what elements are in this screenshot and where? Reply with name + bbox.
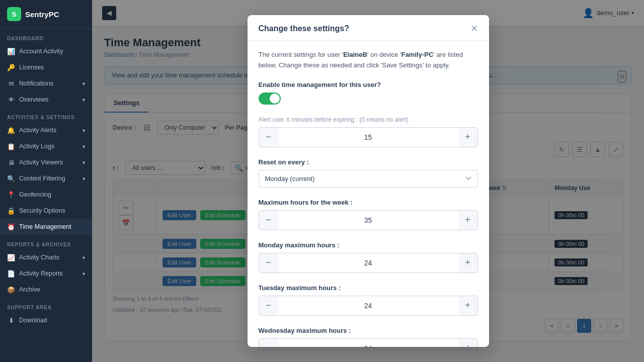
lock-icon: 🔒	[7, 207, 15, 215]
modal-overlay: Change these settings? ✕ The current set…	[92, 0, 644, 362]
chart-line-icon: 📈	[7, 253, 15, 261]
sidebar-item-security-options[interactable]: 🔒 Security Options	[0, 203, 92, 219]
sidebar-item-label: Activity Alerts	[19, 127, 56, 134]
reset-label: Reset on every :	[259, 158, 478, 166]
bell-icon: 🔔	[7, 126, 15, 134]
max-tuesday-decrement[interactable]: −	[259, 296, 278, 315]
max-monday-label: Monday maximum hours :	[259, 241, 478, 249]
max-monday-input-row: − +	[259, 253, 478, 273]
logo-text: SentryPC	[25, 10, 59, 19]
modal-title: Change these settings?	[259, 24, 349, 33]
sidebar-item-label: Content Filtering	[19, 175, 65, 182]
max-wednesday-input-row: − +	[259, 338, 478, 347]
archive-icon: 📦	[7, 286, 15, 294]
chevron-down-icon: ▾	[83, 271, 85, 277]
key-icon: 🔑	[7, 63, 15, 71]
modal-username: ElaineB	[343, 51, 367, 58]
document-icon: 📄	[7, 269, 15, 278]
alert-minutes-input-row: − +	[259, 127, 478, 147]
max-weekly-field: Maximum hours for the week : − +	[259, 199, 478, 230]
max-tuesday-label: Tuesday maximum hours :	[259, 284, 478, 292]
max-weekly-decrement[interactable]: −	[259, 211, 278, 230]
sidebar-item-activity-reports[interactable]: 📄 Activity Reports ▾	[0, 265, 92, 282]
sidebar-item-label: Notifications	[19, 80, 53, 87]
sidebar-item-time-management[interactable]: ⏰ Time Management	[0, 219, 92, 235]
toggle-label: Enable time management for this user?	[259, 81, 478, 88]
modal-header: Change these settings? ✕	[248, 15, 489, 41]
main-area: ◀ 👤 demo_user ▾ Time Management Dashboar…	[92, 0, 644, 362]
modal-description: The current settings for user 'ElaineB' …	[259, 50, 478, 71]
sidebar: S SentryPC DASHBOARD 📊 Account Activity …	[0, 0, 92, 362]
sidebar-item-notifications[interactable]: ✉ Notifications ▾	[0, 75, 92, 92]
change-settings-modal: Change these settings? ✕ The current set…	[248, 15, 489, 347]
chevron-down-icon: ▾	[83, 160, 85, 165]
sidebar-item-label: Activity Reports	[19, 270, 63, 277]
desc-prefix: The current settings for user '	[259, 51, 344, 58]
reset-select[interactable]: Monday (current) Tuesday Wednesday Thurs…	[259, 170, 478, 188]
toggle-field: Enable time management for this user?	[259, 81, 478, 105]
chevron-down-icon: ▾	[83, 97, 85, 103]
reset-field: Reset on every : Monday (current) Tuesda…	[259, 158, 478, 188]
sidebar-item-label: Archive	[19, 286, 40, 293]
max-tuesday-field: Tuesday maximum hours : − +	[259, 284, 478, 316]
logo: S SentryPC	[0, 0, 92, 29]
max-monday-input[interactable]	[278, 255, 458, 271]
sidebar-item-label: Activity Viewers	[19, 159, 63, 166]
chart-icon: 📊	[7, 47, 15, 55]
modal-device: Family-PC	[401, 51, 434, 58]
sidebar-item-label: Geofencing	[19, 191, 51, 198]
max-weekly-increment[interactable]: +	[458, 211, 477, 230]
sidebar-item-label: Overviews	[19, 96, 48, 103]
sidebar-item-overviews[interactable]: 👁 Overviews ▾	[0, 92, 92, 108]
section-label-activities: ACTIVITIES & SETTINGS	[0, 108, 92, 122]
chevron-down-icon: ▾	[83, 128, 85, 133]
max-weekly-input[interactable]	[278, 212, 458, 228]
sidebar-item-label: Activity Logs	[19, 143, 54, 150]
chevron-down-icon: ▾	[83, 176, 85, 182]
desc-mid: ' on device '	[367, 51, 401, 58]
clipboard-icon: 📋	[7, 142, 15, 150]
mail-icon: ✉	[7, 79, 15, 87]
pin-icon: 📍	[7, 191, 15, 199]
clock-icon: ⏰	[7, 223, 15, 231]
max-wednesday-increment[interactable]: +	[458, 339, 477, 347]
max-weekly-label: Maximum hours for the week :	[259, 199, 478, 206]
alert-minutes-input[interactable]	[278, 129, 458, 145]
sidebar-item-activity-viewers[interactable]: 🖥 Activity Viewers ▾	[0, 154, 92, 170]
max-tuesday-increment[interactable]: +	[458, 296, 477, 315]
chevron-down-icon: ▾	[83, 255, 85, 260]
sidebar-item-label: Licenses	[19, 64, 44, 71]
sidebar-item-label: Security Options	[19, 207, 65, 214]
max-wednesday-field: Wednesday maximum hours : − +	[259, 327, 478, 347]
sidebar-item-activity-logs[interactable]: 📋 Activity Logs ▾	[0, 138, 92, 154]
max-monday-increment[interactable]: +	[458, 253, 477, 273]
alert-minutes-decrement[interactable]: −	[259, 128, 278, 147]
max-monday-decrement[interactable]: −	[259, 253, 278, 273]
sidebar-item-account-activity[interactable]: 📊 Account Activity	[0, 43, 92, 59]
sidebar-item-geofencing[interactable]: 📍 Geofencing	[0, 187, 92, 203]
max-wednesday-decrement[interactable]: −	[259, 339, 278, 347]
sidebar-item-label: Download	[19, 317, 47, 324]
sidebar-item-licenses[interactable]: 🔑 Licenses	[0, 59, 92, 75]
max-monday-field: Monday maximum hours : − +	[259, 241, 478, 273]
sidebar-item-archive[interactable]: 📦 Archive	[0, 282, 92, 298]
modal-close-button[interactable]: ✕	[470, 24, 478, 33]
sidebar-item-activity-charts[interactable]: 📈 Activity Charts ▾	[0, 249, 92, 265]
sidebar-item-label: Time Management	[19, 223, 71, 230]
max-wednesday-input[interactable]	[278, 340, 458, 347]
alert-minutes-increment[interactable]: +	[458, 128, 477, 147]
sidebar-item-label: Activity Charts	[19, 254, 59, 261]
max-weekly-input-row: − +	[259, 210, 478, 230]
max-wednesday-label: Wednesday maximum hours :	[259, 327, 478, 334]
monitor-icon: 🖥	[7, 158, 15, 166]
alert-hint: (0 means no alert)	[360, 116, 409, 123]
sidebar-item-label: Account Activity	[19, 48, 63, 55]
section-label-reports: REPORTS & ARCHIVES	[0, 235, 92, 249]
max-tuesday-input[interactable]	[278, 298, 458, 314]
chevron-down-icon: ▾	[83, 144, 85, 149]
sidebar-item-download[interactable]: ⬇ Download	[0, 312, 92, 328]
chevron-down-icon: ▾	[83, 81, 85, 86]
enable-toggle[interactable]	[259, 93, 281, 105]
sidebar-item-content-filtering[interactable]: 🔍 Content Filtering ▾	[0, 170, 92, 187]
sidebar-item-activity-alerts[interactable]: 🔔 Activity Alerts ▾	[0, 122, 92, 138]
